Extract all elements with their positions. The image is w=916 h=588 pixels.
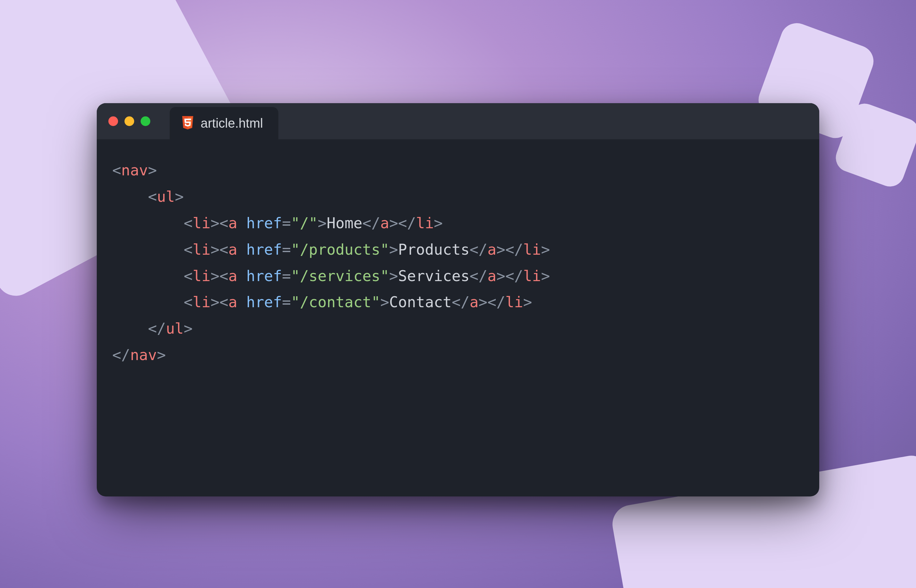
html5-icon <box>181 116 194 130</box>
code-editor[interactable]: <nav> <ul> <li><a href="/">Home</a></li>… <box>97 139 819 496</box>
minimize-window-button[interactable] <box>125 116 134 126</box>
window-titlebar: article.html <box>97 103 819 139</box>
editor-window: article.html <nav> <ul> <li><a href="/">… <box>97 103 819 496</box>
editor-tab[interactable]: article.html <box>170 107 278 139</box>
code-content: <nav> <ul> <li><a href="/">Home</a></li>… <box>112 157 804 368</box>
maximize-window-button[interactable] <box>141 116 150 126</box>
close-window-button[interactable] <box>108 116 118 126</box>
tab-file-name: article.html <box>201 116 263 131</box>
window-controls <box>108 103 170 139</box>
